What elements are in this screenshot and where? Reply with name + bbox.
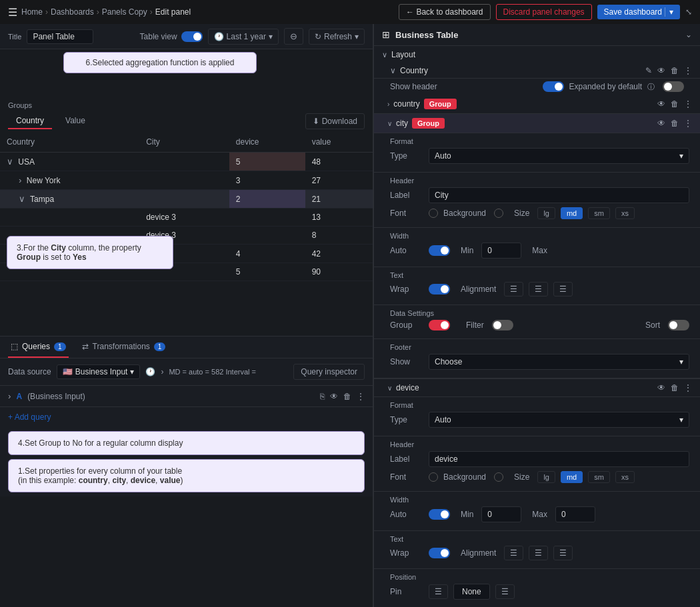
download-button[interactable]: ⬇ Download: [305, 113, 365, 129]
device-size-lg-btn[interactable]: lg: [537, 471, 555, 483]
min-input[interactable]: [481, 243, 521, 259]
device-align-left-btn[interactable]: ☰: [504, 546, 523, 560]
time-range-picker[interactable]: 🕐 Last 1 year ▾: [208, 29, 279, 45]
trash4-icon[interactable]: 🗑: [671, 119, 679, 128]
panel-title-input[interactable]: [27, 29, 93, 44]
device-bg-radio[interactable]: [494, 472, 503, 482]
font-radio[interactable]: [429, 209, 438, 218]
device-none-select[interactable]: None: [453, 584, 490, 600]
eye3-icon[interactable]: 👁: [657, 99, 665, 109]
breadcrumb-home[interactable]: Home: [21, 7, 43, 17]
device-size-xs-btn[interactable]: xs: [615, 471, 635, 483]
format-label: Format: [390, 137, 689, 145]
align-left-btn[interactable]: ☰: [504, 282, 523, 297]
text-label: Text: [390, 271, 689, 279]
type-select[interactable]: Auto ▾: [429, 148, 689, 164]
device-wrap-toggle[interactable]: [429, 548, 450, 558]
layout-section-header[interactable]: ∨ Layout: [374, 46, 700, 63]
align-center-btn[interactable]: ☰: [529, 282, 548, 297]
tab-value[interactable]: Value: [57, 113, 93, 129]
size-lg-btn[interactable]: lg: [537, 207, 555, 219]
tab-country[interactable]: Country: [8, 113, 52, 129]
device-align-center-btn[interactable]: ☰: [529, 546, 548, 560]
eye-icon[interactable]: 👁: [330, 392, 338, 401]
more3-icon[interactable]: ⋮: [684, 99, 692, 109]
more4-icon[interactable]: ⋮: [684, 119, 692, 128]
eye4-icon[interactable]: 👁: [657, 119, 665, 128]
edit-icon[interactable]: ✎: [645, 66, 652, 75]
alignment-label: Alignment: [461, 285, 496, 294]
device-size-md-btn[interactable]: md: [561, 471, 583, 483]
breadcrumb-panels[interactable]: Panels Copy: [102, 7, 147, 17]
device-size-sm-btn[interactable]: sm: [588, 471, 610, 483]
device-field-row[interactable]: ∨ device 👁 🗑 ⋮: [374, 379, 700, 397]
minimize-icon[interactable]: ⤡: [685, 7, 692, 17]
tab-transformations[interactable]: ⇄ Transformations 1: [79, 336, 169, 358]
background-label: Background: [443, 209, 486, 218]
datasource-select[interactable]: 🇺🇸 Business Input ▾: [57, 364, 141, 379]
hamburger-icon[interactable]: ☰: [8, 6, 17, 19]
copy-icon[interactable]: ⎘: [320, 392, 325, 401]
align-right-btn[interactable]: ☰: [553, 282, 573, 297]
add-query-button[interactable]: + Add query: [0, 407, 59, 427]
device-pin-left-btn[interactable]: ☰: [429, 584, 448, 599]
group-toggle-on[interactable]: [429, 320, 450, 330]
trash3-icon[interactable]: 🗑: [671, 99, 679, 109]
expand-usa-button[interactable]: ∨: [7, 157, 13, 167]
size-md-btn[interactable]: md: [561, 207, 583, 219]
breadcrumb-dashboards[interactable]: Dashboards: [51, 7, 94, 17]
city-label-input[interactable]: [429, 187, 689, 203]
city-field-row[interactable]: ∨ city Group 👁 🗑 ⋮: [374, 114, 700, 133]
device-type-select[interactable]: Auto ▾: [429, 412, 689, 428]
device-align-right-btn[interactable]: ☰: [553, 546, 573, 560]
table-view-toggle-pill[interactable]: [181, 31, 203, 42]
trash2-icon[interactable]: 🗑: [671, 66, 679, 75]
device-min-input[interactable]: [481, 506, 521, 522]
device-pin-right-btn[interactable]: ☰: [495, 584, 515, 599]
device-auto-toggle[interactable]: [429, 509, 450, 520]
tab-queries[interactable]: ⬚ Queries 1: [8, 336, 69, 358]
expand-newyork-button[interactable]: ›: [19, 175, 21, 185]
device-width-section: Width Auto Min Max: [374, 492, 700, 531]
zoom-out-button[interactable]: ⊖: [284, 28, 303, 45]
filter-toggle[interactable]: [492, 320, 513, 330]
eye2-icon[interactable]: 👁: [657, 66, 665, 75]
size-xs-btn[interactable]: xs: [615, 207, 635, 219]
query-expand-button[interactable]: ›: [8, 391, 11, 401]
city-format-section: Format Type Auto ▾: [374, 133, 700, 173]
expand-tampa-button[interactable]: ∨: [19, 194, 25, 204]
city-field-name: city: [396, 119, 408, 128]
more-icon[interactable]: ⋮: [357, 392, 365, 401]
collapse-button[interactable]: ⌄: [685, 30, 692, 39]
back-to-dashboard-button[interactable]: ← Back to dashboard: [399, 4, 490, 20]
trash5-icon[interactable]: 🗑: [671, 383, 679, 392]
query-inspector-button[interactable]: Query inspector: [293, 364, 365, 380]
save-dropdown-arrow[interactable]: ▾: [665, 7, 673, 17]
device-max-input[interactable]: [555, 506, 595, 522]
info-icon[interactable]: ⓘ: [647, 82, 655, 92]
refresh-button[interactable]: ↻ Refresh ▾: [309, 29, 365, 45]
expanded-toggle[interactable]: [663, 81, 684, 92]
auto-toggle[interactable]: [429, 245, 450, 256]
discard-changes-button[interactable]: Discard panel changes: [496, 4, 592, 20]
size-sm-btn[interactable]: sm: [588, 207, 610, 219]
trash-icon[interactable]: 🗑: [343, 392, 351, 401]
country-chevron[interactable]: ∨: [390, 66, 396, 75]
show-select[interactable]: Choose ▾: [429, 354, 689, 370]
more2-icon[interactable]: ⋮: [684, 66, 692, 75]
table-area: 6.Selected aggregation function is appli…: [0, 49, 373, 336]
more5-icon[interactable]: ⋮: [684, 383, 692, 392]
show-header-toggle[interactable]: [543, 81, 564, 92]
sort-toggle[interactable]: [668, 320, 689, 330]
eye5-icon[interactable]: 👁: [657, 383, 665, 392]
wrap-toggle[interactable]: [429, 284, 450, 295]
time-icon[interactable]: 🕐: [145, 367, 155, 376]
right-panel: ⊞ Business Table ⌄ ∨ Layout ∨ Country ✎ …: [373, 24, 700, 607]
bg-radio[interactable]: [494, 209, 503, 218]
country-field-row[interactable]: › country Group 👁 🗑 ⋮: [374, 95, 700, 114]
refresh-label: Refresh: [324, 32, 352, 41]
save-dashboard-button[interactable]: Save dashboard ▾: [597, 5, 680, 19]
breadcrumb-current: Edit panel: [155, 7, 191, 17]
device-label-input[interactable]: [429, 451, 689, 467]
device-font-radio[interactable]: [429, 472, 438, 482]
